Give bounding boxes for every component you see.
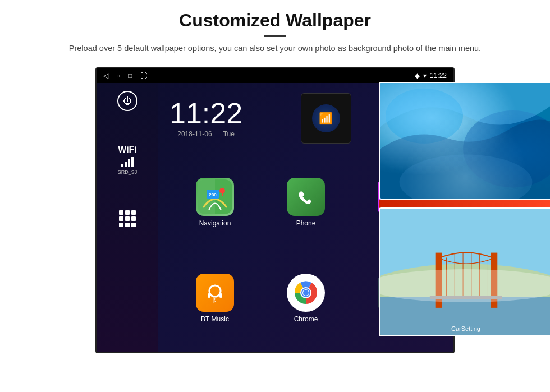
svg-rect-7	[219, 293, 222, 298]
phone-label: Phone	[296, 219, 316, 227]
wifi-bar-4	[131, 157, 134, 167]
sidebar: ⏻ WiFi SRD_SJ	[97, 83, 158, 352]
status-bar: ◁ ○ □ ⛶ ◆ ▾ 11:22	[97, 68, 453, 83]
car-setting-text: CarSetting	[451, 325, 480, 332]
phone-svg	[295, 186, 317, 208]
car-setting-label: CarSetting	[380, 323, 550, 333]
clock-day: Tue	[223, 130, 235, 138]
header-description: Preload over 5 default wallpaper options…	[45, 43, 505, 55]
svg-point-4	[219, 188, 225, 193]
svg-text:280: 280	[209, 192, 217, 197]
home-icon[interactable]: ○	[116, 72, 120, 80]
power-button[interactable]: ⏻	[117, 91, 138, 111]
clock-block: 11:22 2018-11-06 Tue	[169, 99, 242, 138]
status-time: 11:22	[430, 72, 447, 80]
btmusic-app-icon: ᛒ	[196, 274, 234, 312]
wifi-bars	[118, 157, 138, 167]
phone-wrapper: ◁ ○ □ ⛶ ◆ ▾ 11:22 ⏻	[95, 67, 455, 353]
location-icon: ◆	[415, 72, 420, 80]
ice-texture	[380, 83, 550, 199]
chrome-app-icon	[287, 274, 325, 312]
screenshot-icon[interactable]: ⛶	[140, 72, 147, 80]
chrome-app[interactable]: Chrome	[260, 251, 351, 347]
apps-grid-icon	[119, 210, 136, 227]
page-wrapper: Customized Wallpaper Preload over 5 defa…	[0, 0, 550, 353]
recents-icon[interactable]: □	[128, 72, 132, 80]
header-section: Customized Wallpaper Preload over 5 defa…	[0, 0, 550, 63]
phone-app-icon	[287, 178, 325, 216]
svg-text:ᛒ: ᛒ	[213, 297, 216, 303]
apps-button[interactable]	[117, 209, 138, 229]
wifi-ssid: SRD_SJ	[118, 169, 138, 175]
svg-point-5	[209, 285, 221, 297]
status-bar-right: ◆ ▾ 11:22	[415, 72, 447, 80]
btmusic-app[interactable]: ᛒ BT Music	[169, 251, 260, 347]
clock-time: 11:22	[169, 99, 242, 128]
wifi-label: WiFi	[118, 145, 138, 155]
wallpaper-bottom-image	[380, 209, 550, 335]
clock-date: 2018-11-06	[177, 130, 212, 138]
back-icon[interactable]: ◁	[103, 72, 108, 80]
wifi-info: WiFi SRD_SJ	[118, 145, 138, 175]
title-divider	[264, 35, 286, 37]
svg-point-34	[380, 269, 550, 302]
navigation-label: Navigation	[199, 219, 231, 227]
signal-icon: ▾	[423, 72, 427, 80]
wallpaper-top	[379, 82, 550, 200]
music-widget[interactable]: 📶	[301, 93, 351, 144]
music-icon-inner: 📶	[312, 104, 340, 132]
power-icon: ⏻	[123, 96, 132, 106]
status-bar-left: ◁ ○ □ ⛶	[103, 72, 147, 80]
clock-date-row: 2018-11-06 Tue	[169, 130, 242, 138]
bridge-svg	[380, 209, 550, 335]
wallpaper-top-image	[380, 83, 550, 199]
wifi-bar-3	[128, 159, 130, 167]
navigation-app[interactable]: 280 Navigation	[169, 155, 260, 251]
btmusic-label: BT Music	[201, 315, 229, 323]
wifi-bar-1	[121, 164, 123, 167]
navigation-app-icon: 280	[196, 178, 234, 216]
chrome-label: Chrome	[294, 315, 318, 323]
wallpaper-bottom: CarSetting	[379, 207, 550, 336]
chrome-svg	[292, 279, 319, 306]
nav-map-svg: 280	[198, 179, 232, 214]
svg-point-14	[303, 290, 309, 296]
wifi-bar-2	[125, 162, 127, 167]
phone-app[interactable]: Phone	[260, 155, 351, 251]
svg-rect-6	[208, 293, 210, 298]
bt-music-svg: ᛒ	[203, 281, 227, 305]
signal-wave-icon: 📶	[319, 112, 333, 125]
page-title: Customized Wallpaper	[45, 10, 505, 31]
